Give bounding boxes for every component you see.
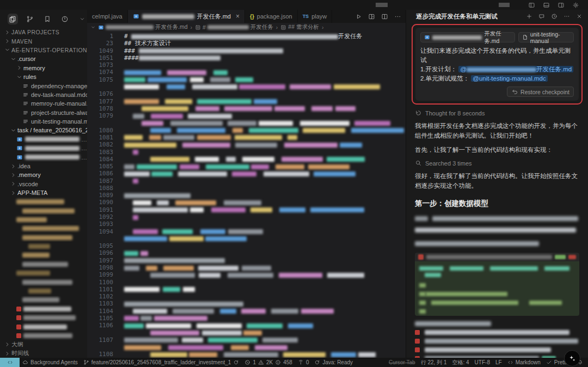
editor-line[interactable]: 1049### bbox=[87, 47, 406, 54]
editor-line[interactable]: 1087 bbox=[87, 178, 406, 185]
breadcrumb-item[interactable]: 开发任务.md bbox=[98, 23, 188, 31]
settings-icon[interactable] bbox=[572, 2, 579, 9]
editor-line[interactable]: 1# 开发任务 bbox=[87, 33, 406, 40]
changed-file-row[interactable] bbox=[415, 330, 579, 335]
editor-line[interactable]: 1091 bbox=[87, 206, 406, 213]
diff-code-block[interactable] bbox=[415, 261, 579, 316]
tree-item-redacted[interactable] bbox=[0, 260, 87, 268]
tree-item-dependency-management-[interactable]: dependency-management-... bbox=[0, 81, 87, 90]
tree-item-redacted[interactable] bbox=[0, 251, 87, 260]
new-chat-icon[interactable] bbox=[526, 13, 532, 20]
bubble-icon[interactable] bbox=[538, 13, 545, 20]
activity-bookmark-button[interactable] bbox=[42, 14, 53, 25]
editor-line[interactable]: 1108 bbox=[87, 351, 406, 358]
editor-line[interactable]: 1095 bbox=[87, 242, 406, 249]
editor-line[interactable]: 1077 bbox=[87, 98, 406, 105]
code-editor[interactable]: 1# 开发任务23## 技术方案设计1049### 1051####107310… bbox=[87, 32, 406, 358]
editor-line[interactable]: 1090 bbox=[87, 199, 406, 206]
tree-item-maven[interactable]: MAVEN bbox=[0, 36, 87, 45]
tree-item-java-projects[interactable]: JAVA PROJECTS bbox=[0, 28, 87, 36]
editor-line[interactable]: 1080 bbox=[87, 127, 406, 134]
editor-line[interactable]: 1094 bbox=[87, 228, 406, 243]
editor-tab-开发任务.md[interactable]: 开发任务.md× bbox=[128, 10, 245, 23]
ports-status[interactable]: 0 bbox=[295, 359, 312, 365]
run-icon[interactable] bbox=[355, 13, 362, 20]
editor-line[interactable]: 1074 bbox=[87, 69, 406, 76]
editor-line[interactable]: 1089 bbox=[87, 192, 406, 199]
tree-item-redacted[interactable]: … bbox=[0, 152, 87, 161]
tree-item-unit-testing-manual-mdc[interactable]: unit-testing-manual.mdc bbox=[0, 117, 87, 126]
editor-line[interactable]: 1107 bbox=[87, 337, 406, 351]
restore-checkpoint-button[interactable]: Restore checkpoint bbox=[507, 87, 574, 97]
editor-line[interactable]: 1083 bbox=[87, 149, 406, 156]
tree-item-redacted[interactable] bbox=[0, 331, 87, 340]
context-chip-unit-testing-manual[interactable]: unit-testing-manual bbox=[518, 32, 574, 42]
searched-row[interactable]: Searched 3 times bbox=[415, 160, 579, 167]
editor-line[interactable]: 1092 bbox=[87, 213, 406, 221]
tree-item-redacted[interactable] bbox=[0, 278, 87, 286]
thought-row[interactable]: Thought for 8 seconds bbox=[415, 109, 579, 117]
tree-item-rules[interactable]: rules bbox=[0, 72, 87, 81]
editor-line[interactable]: 1102 bbox=[87, 293, 406, 300]
tree-item-时间线[interactable]: 时间线 bbox=[0, 349, 87, 358]
tree-item-ae-entrust-operation-s[interactable]: AE-ENTRUST-OPERATION-S bbox=[0, 46, 87, 54]
editor-line[interactable]: 1103 bbox=[87, 300, 406, 307]
status-markdown[interactable]: Markdown bbox=[505, 359, 543, 365]
breadcrumb[interactable]: 开发任务.md›# 开发任务›## 需求分析› bbox=[87, 23, 406, 32]
activity-chevron-down-button[interactable] bbox=[77, 14, 87, 25]
editor-line[interactable]: 1096 bbox=[87, 249, 406, 256]
tree-item-大纲[interactable]: 大纲 bbox=[0, 340, 87, 349]
status-cursor-tab[interactable]: Cursor Tab bbox=[386, 359, 418, 365]
tree-item--vscode[interactable]: .vscode bbox=[0, 180, 87, 188]
java-status[interactable]: Java: Ready bbox=[311, 359, 356, 365]
editor-line[interactable]: 1097 bbox=[87, 257, 406, 264]
status-空格-4[interactable]: 空格: 4 bbox=[449, 359, 471, 366]
editor-line[interactable]: 1085 bbox=[87, 163, 406, 170]
split-editor-icon[interactable] bbox=[381, 13, 388, 20]
more-icon[interactable] bbox=[564, 13, 570, 20]
fold-chevron-icon[interactable] bbox=[90, 25, 96, 30]
editor-line[interactable]: 1106 bbox=[87, 322, 406, 337]
editor-line[interactable]: 1088 bbox=[87, 185, 406, 192]
tree-item--idea[interactable]: .idea bbox=[0, 162, 87, 170]
editor-line[interactable]: 1073 bbox=[87, 62, 406, 69]
tree-item-redacted[interactable]: … bbox=[0, 135, 87, 144]
tree-item-redacted[interactable] bbox=[0, 206, 87, 215]
editor-line[interactable]: 1051#### bbox=[87, 54, 406, 62]
editor-line[interactable]: 1098 bbox=[87, 264, 406, 271]
background-agents-status[interactable]: Background Agents bbox=[20, 359, 81, 365]
close-tab-icon[interactable]: × bbox=[236, 13, 240, 20]
editor-tab-playw[interactable]: TSplayw bbox=[298, 10, 333, 23]
open-changes-icon[interactable] bbox=[368, 13, 375, 20]
status-lf[interactable]: LF bbox=[493, 359, 505, 365]
status-行-22-列-1[interactable]: 行 22, 列 1 bbox=[418, 359, 450, 366]
tree-item--memory[interactable]: .memory bbox=[0, 170, 87, 179]
editor-line[interactable]: 1099 bbox=[87, 271, 406, 278]
editor-tab-package.json[interactable]: {}package.json bbox=[245, 10, 298, 23]
changed-file-row[interactable] bbox=[415, 339, 579, 344]
editor-line[interactable]: 1081 bbox=[87, 134, 406, 141]
editor-tab-ceImpl.java[interactable]: ceImpl.java bbox=[87, 10, 128, 23]
close-icon[interactable] bbox=[576, 13, 583, 20]
tree-item-redacted[interactable] bbox=[0, 224, 87, 233]
tree-item-redacted[interactable] bbox=[0, 197, 87, 206]
tree-item-redacted[interactable] bbox=[0, 296, 87, 304]
editor-line[interactable]: 1079 bbox=[87, 112, 406, 127]
mention-unit-testing[interactable]: @unit-testing-manual.mdc bbox=[471, 75, 547, 82]
tree-item-redacted[interactable] bbox=[0, 304, 87, 313]
tree-item-redacted[interactable] bbox=[0, 286, 87, 295]
editor-line[interactable]: 23## 技术方案设计 bbox=[87, 40, 406, 47]
editor-line[interactable]: 1086 bbox=[87, 170, 406, 177]
layout-right-icon[interactable] bbox=[558, 2, 565, 9]
editor-line[interactable]: 1078 bbox=[87, 105, 406, 112]
context-chip-开发任务.md[interactable]: 开发任务.md bbox=[420, 32, 515, 42]
tree-item-redacted[interactable]: … bbox=[0, 144, 87, 152]
tree-item-app-meta[interactable]: APP-META bbox=[0, 188, 87, 197]
mention-dev-task[interactable]: @开发任务.md bbox=[458, 66, 573, 72]
chat-body[interactable]: 开发任务.mdunit-testing-manual 让我们来逐步完成这个开发任… bbox=[406, 23, 588, 358]
changed-file-row[interactable] bbox=[415, 347, 579, 352]
tree-item-redacted[interactable] bbox=[0, 233, 87, 242]
activity-source-control-button[interactable] bbox=[25, 14, 35, 25]
activity-record-button[interactable] bbox=[59, 14, 70, 25]
history-icon[interactable] bbox=[551, 13, 558, 20]
